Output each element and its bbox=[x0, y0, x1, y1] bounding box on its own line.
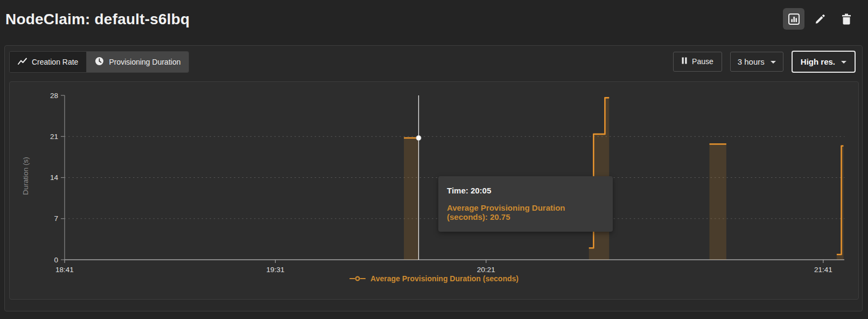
legend: Average Provisioning Duration (seconds) bbox=[10, 274, 858, 283]
svg-text:19:31: 19:31 bbox=[266, 266, 284, 274]
svg-text:28: 28 bbox=[50, 92, 58, 100]
delete-button[interactable] bbox=[836, 8, 857, 30]
chart-controls: Pause 3 hours High res. bbox=[673, 50, 856, 73]
svg-text:14: 14 bbox=[50, 174, 59, 182]
chart-view-button[interactable] bbox=[783, 8, 804, 30]
svg-text:7: 7 bbox=[54, 214, 58, 223]
edit-button[interactable] bbox=[809, 8, 831, 30]
tooltip-time: Time: 20:05 bbox=[447, 186, 604, 195]
nodeclaim-detail-page: NodeClaim: default-s6lbq bbox=[0, 0, 868, 319]
page-header: NodeClaim: default-s6lbq bbox=[0, 0, 868, 43]
pause-label: Pause bbox=[692, 57, 713, 66]
tab-label: Creation Rate bbox=[32, 58, 78, 66]
resolution-select[interactable]: High res. bbox=[792, 51, 856, 73]
y-axis-label: Duration (s) bbox=[22, 141, 30, 211]
svg-text:20:21: 20:21 bbox=[477, 266, 495, 274]
resolution-value: High res. bbox=[801, 57, 835, 66]
bar-chart-icon bbox=[788, 13, 800, 25]
page-title: NodeClaim: default-s6lbq bbox=[5, 11, 190, 28]
pause-icon bbox=[682, 57, 687, 66]
chart-card: 0714212818:4119:3120:2121:41 Duration (s… bbox=[9, 81, 859, 300]
chart-tooltip: Time: 20:05 Average Provisioning Duratio… bbox=[438, 176, 613, 232]
legend-label: Average Provisioning Duration (seconds) bbox=[370, 274, 519, 283]
line-chart-icon bbox=[18, 58, 27, 67]
svg-text:0: 0 bbox=[54, 256, 58, 264]
chevron-down-icon bbox=[771, 61, 776, 64]
metrics-panel: Creation Rate Provisioning Duration bbox=[4, 45, 863, 311]
tab-label: Provisioning Duration bbox=[109, 58, 180, 66]
edit-icon bbox=[814, 13, 826, 25]
svg-text:18:41: 18:41 bbox=[55, 266, 74, 274]
trash-icon bbox=[841, 13, 852, 25]
time-range-value: 3 hours bbox=[738, 57, 765, 66]
tab-provisioning-duration[interactable]: Provisioning Duration bbox=[86, 52, 188, 72]
svg-text:21:41: 21:41 bbox=[814, 266, 832, 274]
pause-button[interactable]: Pause bbox=[673, 52, 722, 72]
header-actions bbox=[783, 8, 857, 30]
tab-creation-rate[interactable]: Creation Rate bbox=[10, 52, 86, 72]
time-range-select[interactable]: 3 hours bbox=[730, 52, 783, 72]
chevron-down-icon bbox=[841, 61, 846, 64]
provisioning-duration-chart[interactable]: 0714212818:4119:3120:2121:41 bbox=[10, 82, 858, 299]
svg-text:21: 21 bbox=[50, 133, 58, 141]
legend-marker-icon bbox=[349, 275, 366, 282]
tooltip-series-value: Average Provisioning Duration (seconds):… bbox=[447, 203, 604, 221]
clock-icon bbox=[95, 57, 104, 67]
metric-tabs: Creation Rate Provisioning Duration bbox=[9, 51, 189, 73]
